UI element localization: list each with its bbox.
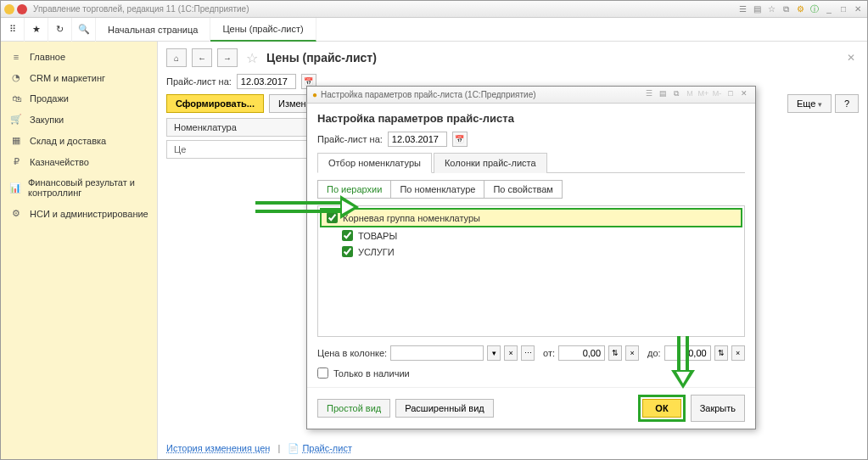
titlebar: Управление торговлей, редакция 11 (1С:Пр… <box>1 1 867 18</box>
clear-button[interactable]: × <box>504 345 518 361</box>
extended-view-button[interactable]: Расширенный вид <box>395 399 493 418</box>
toolbar-icon[interactable]: ☰ <box>736 3 748 15</box>
top-toolbar: ⠿ ★ ↻ 🔍 Начальная страница Цены (прайс-л… <box>1 18 867 42</box>
sidebar-item-warehouse[interactable]: ▦Склад и доставка <box>1 130 157 151</box>
modal-app-icon: ● <box>312 90 317 99</box>
modal-tabs: Отбор номенклатуры Колонки прайс-листа <box>317 152 745 173</box>
tab-prices[interactable]: Цены (прайс-лист) <box>210 18 316 42</box>
ok-button[interactable]: ОК <box>642 399 680 418</box>
modal-tool-m[interactable]: M <box>684 89 696 101</box>
sidebar-item-crm[interactable]: ◔CRM и маркетинг <box>1 67 157 88</box>
sidebar-item-admin[interactable]: ⚙НСИ и администрирование <box>1 203 157 224</box>
modal-date-label: Прайс-лист на: <box>317 134 383 144</box>
chart-icon: ◔ <box>9 72 23 83</box>
filter-mode-buttons: По иерархии По номенклатуре По свойствам <box>317 180 745 199</box>
toolbar-icon[interactable]: ☆ <box>765 3 777 15</box>
sidebar-item-main[interactable]: ≡Главное <box>1 47 157 67</box>
table-header: Номенклатура <box>166 118 319 137</box>
modal-tool-m-plus[interactable]: M+ <box>697 89 709 101</box>
to-label: до: <box>647 348 661 358</box>
toolbar-icon[interactable]: ⓘ <box>809 3 820 15</box>
minimize-icon[interactable]: _ <box>823 3 835 15</box>
annotation-arrow-vertical <box>671 336 695 389</box>
clear-to-button[interactable]: × <box>731 345 745 361</box>
price-list-link[interactable]: Прайс-лист <box>302 443 352 453</box>
tree-checkbox[interactable] <box>342 246 353 257</box>
toolbar-icon[interactable]: ▤ <box>751 3 763 15</box>
app-window: Управление торговлей, редакция 11 (1С:Пр… <box>0 0 868 460</box>
more-button[interactable]: Еще <box>787 94 832 113</box>
sidebar-item-sales[interactable]: 🛍Продажи <box>1 88 157 109</box>
sidebar: ≡Главное ◔CRM и маркетинг 🛍Продажи 🛒Заку… <box>1 42 158 459</box>
modal-date-input[interactable] <box>388 132 447 147</box>
sidebar-label: НСИ и администрирование <box>30 209 148 219</box>
modal-close-icon[interactable]: ✕ <box>738 89 750 101</box>
date-input[interactable] <box>237 74 296 89</box>
modal-date-row: Прайс-лист на: 📅 <box>317 132 745 147</box>
sidebar-item-treasury[interactable]: ₽Казначейство <box>1 151 157 172</box>
sidebar-label: Закупки <box>30 115 64 125</box>
toolbar-icon[interactable]: ⚙ <box>794 3 806 15</box>
from-input[interactable] <box>558 345 605 361</box>
modal-tool-icon[interactable]: ▤ <box>657 89 669 101</box>
apps-icon[interactable]: ⠿ <box>1 18 25 42</box>
in-stock-checkbox[interactable] <box>317 367 328 379</box>
tab-filter[interactable]: Отбор номенклатуры <box>317 153 432 173</box>
toolbar-icon[interactable]: ⧉ <box>780 3 792 15</box>
app-icon <box>4 4 14 14</box>
table-cell: Це <box>166 140 319 159</box>
maximize-icon[interactable]: □ <box>837 3 849 15</box>
close-icon[interactable]: ✕ <box>852 3 864 15</box>
grid-icon: ▦ <box>9 135 23 146</box>
stepper-button[interactable]: ⇅ <box>608 345 622 361</box>
sidebar-label: Финансовый результат и контроллинг <box>28 177 148 198</box>
simple-view-button[interactable]: Простой вид <box>317 399 390 418</box>
select-button[interactable]: ⋯ <box>521 345 535 361</box>
annotation-arrow-horizontal <box>255 195 359 219</box>
dropdown-button[interactable]: ▾ <box>487 345 501 361</box>
doc-icon: 📄 <box>288 443 300 453</box>
stepper-button[interactable]: ⇅ <box>714 345 728 361</box>
tab-start[interactable]: Начальная страница <box>96 18 210 42</box>
cart-icon: 🛒 <box>9 114 23 125</box>
footer-links: История изменения цен | 📄 Прайс-лист <box>166 443 352 454</box>
tree-label: ТОВАРЫ <box>358 231 397 241</box>
forward-button[interactable]: → <box>217 48 238 67</box>
app-title: Управление торговлей, редакция 11 (1С:Пр… <box>33 4 249 14</box>
price-column-input[interactable] <box>390 345 484 361</box>
modal-title: Настройка параметров прайс-листа <box>317 112 745 125</box>
modal-tool-icon[interactable]: ☰ <box>643 89 655 101</box>
close-page-icon[interactable]: ✕ <box>847 52 855 64</box>
help-button[interactable]: ? <box>835 94 859 113</box>
modal-tool-icon[interactable]: ⧉ <box>670 89 682 101</box>
sidebar-item-finance[interactable]: 📊Финансовый результат и контроллинг <box>1 172 157 203</box>
modal-calendar-button[interactable]: 📅 <box>452 132 468 147</box>
nomenclature-tree: Корневая группа номенклатуры ТОВАРЫ УСЛУ… <box>317 205 745 337</box>
tree-checkbox[interactable] <box>342 230 353 241</box>
star-icon[interactable]: ★ <box>25 18 48 42</box>
modal-footer: Простой вид Расширенный вид ОК Закрыть <box>307 387 755 429</box>
page-title: Цены (прайс-лист) <box>266 51 377 65</box>
bars-icon: 📊 <box>9 182 21 194</box>
home-button[interactable]: ⌂ <box>166 48 187 67</box>
tree-root-row[interactable]: Корневая группа номенклатуры <box>320 208 742 227</box>
clear-from-button[interactable]: × <box>625 345 639 361</box>
history-link[interactable]: История изменения цен <box>166 443 270 453</box>
modal-tool-m-minus[interactable]: M- <box>711 89 723 101</box>
favorite-icon[interactable]: ☆ <box>246 50 258 66</box>
tree-goods-row[interactable]: ТОВАРЫ <box>320 227 742 244</box>
search-icon[interactable]: 🔍 <box>72 18 96 42</box>
sidebar-label: Склад и доставка <box>30 136 106 146</box>
mode-properties[interactable]: По свойствам <box>484 180 563 199</box>
tree-services-row[interactable]: УСЛУГИ <box>320 244 742 260</box>
tab-columns[interactable]: Колонки прайс-листа <box>434 153 547 173</box>
history-icon[interactable]: ↻ <box>48 18 72 42</box>
form-button[interactable]: Сформировать... <box>166 94 264 113</box>
modal-maximize-icon[interactable]: □ <box>725 89 736 101</box>
mode-nomenclature[interactable]: По номенклатуре <box>391 180 484 199</box>
date-label: Прайс-лист на: <box>166 76 232 87</box>
modal-titlebar: ● Настройка параметров прайс-листа (1С:П… <box>307 87 755 104</box>
back-button[interactable]: ← <box>192 48 212 67</box>
sidebar-item-purchase[interactable]: 🛒Закупки <box>1 109 157 130</box>
close-button[interactable]: Закрыть <box>691 395 745 422</box>
